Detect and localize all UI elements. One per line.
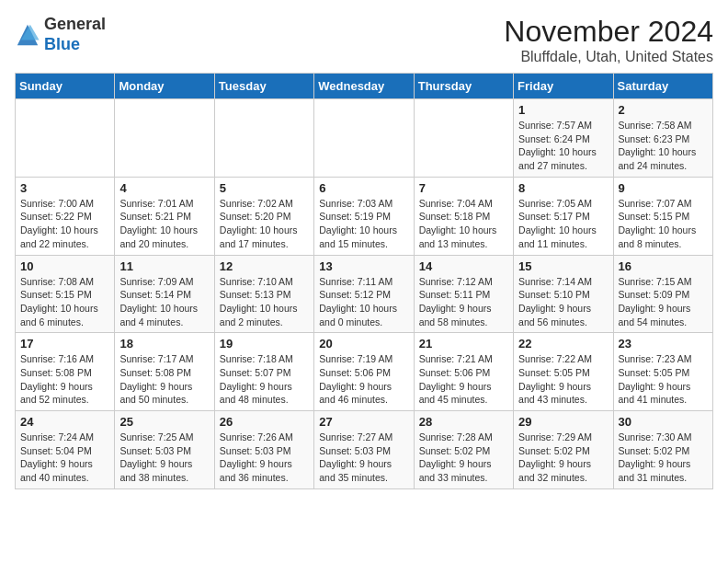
cell-info: Sunrise: 7:07 AM Sunset: 5:15 PM Dayligh… <box>619 197 708 251</box>
day-number: 7 <box>419 181 508 195</box>
calendar-cell: 11Sunrise: 7:09 AM Sunset: 5:14 PM Dayli… <box>115 255 214 333</box>
cell-info: Sunrise: 7:03 AM Sunset: 5:19 PM Dayligh… <box>319 197 408 251</box>
cell-info: Sunrise: 7:12 AM Sunset: 5:11 PM Dayligh… <box>419 275 508 329</box>
calendar-cell: 13Sunrise: 7:11 AM Sunset: 5:12 PM Dayli… <box>314 255 414 333</box>
week-row-4: 17Sunrise: 7:16 AM Sunset: 5:08 PM Dayli… <box>16 333 713 411</box>
calendar-cell: 28Sunrise: 7:28 AM Sunset: 5:02 PM Dayli… <box>414 411 513 489</box>
day-header-wednesday: Wednesday <box>314 74 414 99</box>
day-number: 2 <box>619 103 708 117</box>
calendar-cell: 4Sunrise: 7:01 AM Sunset: 5:21 PM Daylig… <box>115 177 214 255</box>
day-header-saturday: Saturday <box>613 74 712 99</box>
day-number: 20 <box>319 337 408 350</box>
day-number: 8 <box>518 181 608 195</box>
day-number: 15 <box>518 259 608 273</box>
cell-info: Sunrise: 7:26 AM Sunset: 5:03 PM Dayligh… <box>220 431 309 485</box>
logo-blue-text: Blue <box>44 35 106 55</box>
day-number: 27 <box>319 415 408 429</box>
cell-info: Sunrise: 7:08 AM Sunset: 5:15 PM Dayligh… <box>20 275 109 329</box>
cell-info: Sunrise: 7:25 AM Sunset: 5:03 PM Dayligh… <box>119 431 209 485</box>
logo-general-text: General <box>44 15 106 35</box>
day-number: 12 <box>220 259 309 273</box>
logo-icon <box>15 22 40 48</box>
day-number: 21 <box>419 337 508 350</box>
calendar-cell: 6Sunrise: 7:03 AM Sunset: 5:19 PM Daylig… <box>314 177 414 255</box>
cell-info: Sunrise: 7:28 AM Sunset: 5:02 PM Dayligh… <box>419 431 508 485</box>
calendar-cell: 16Sunrise: 7:15 AM Sunset: 5:09 PM Dayli… <box>613 255 712 333</box>
calendar-header-row: SundayMondayTuesdayWednesdayThursdayFrid… <box>16 74 713 99</box>
day-number: 24 <box>20 415 109 429</box>
day-number: 22 <box>518 337 608 350</box>
day-number: 14 <box>419 259 508 273</box>
calendar-cell <box>16 99 115 178</box>
calendar-cell: 14Sunrise: 7:12 AM Sunset: 5:11 PM Dayli… <box>414 255 513 333</box>
calendar-cell: 2Sunrise: 7:58 AM Sunset: 6:23 PM Daylig… <box>613 99 712 178</box>
cell-info: Sunrise: 7:57 AM Sunset: 6:24 PM Dayligh… <box>518 119 608 173</box>
day-number: 9 <box>619 181 708 195</box>
day-number: 3 <box>20 181 109 195</box>
cell-info: Sunrise: 7:58 AM Sunset: 6:23 PM Dayligh… <box>619 119 708 173</box>
cell-info: Sunrise: 7:21 AM Sunset: 5:06 PM Dayligh… <box>419 352 508 407</box>
week-row-5: 24Sunrise: 7:24 AM Sunset: 5:04 PM Dayli… <box>16 411 713 489</box>
cell-info: Sunrise: 7:05 AM Sunset: 5:17 PM Dayligh… <box>518 197 608 251</box>
calendar-cell: 12Sunrise: 7:10 AM Sunset: 5:13 PM Dayli… <box>214 255 313 333</box>
calendar-cell: 23Sunrise: 7:23 AM Sunset: 5:05 PM Dayli… <box>613 333 712 411</box>
calendar-cell <box>314 99 414 178</box>
cell-info: Sunrise: 7:00 AM Sunset: 5:22 PM Dayligh… <box>20 197 109 251</box>
calendar-body: 1Sunrise: 7:57 AM Sunset: 6:24 PM Daylig… <box>16 99 713 489</box>
cell-info: Sunrise: 7:23 AM Sunset: 5:05 PM Dayligh… <box>619 352 708 407</box>
calendar-cell <box>414 99 513 178</box>
calendar-cell <box>214 99 313 178</box>
calendar-cell: 18Sunrise: 7:17 AM Sunset: 5:08 PM Dayli… <box>115 333 214 411</box>
day-header-sunday: Sunday <box>16 74 115 99</box>
cell-info: Sunrise: 7:11 AM Sunset: 5:12 PM Dayligh… <box>319 275 408 329</box>
calendar-cell <box>115 99 214 178</box>
calendar-cell: 27Sunrise: 7:27 AM Sunset: 5:03 PM Dayli… <box>314 411 414 489</box>
calendar-cell: 29Sunrise: 7:29 AM Sunset: 5:02 PM Dayli… <box>514 411 613 489</box>
day-header-thursday: Thursday <box>414 74 513 99</box>
week-row-3: 10Sunrise: 7:08 AM Sunset: 5:15 PM Dayli… <box>16 255 713 333</box>
cell-info: Sunrise: 7:27 AM Sunset: 5:03 PM Dayligh… <box>319 431 408 485</box>
calendar-cell: 21Sunrise: 7:21 AM Sunset: 5:06 PM Dayli… <box>414 333 513 411</box>
day-number: 5 <box>220 181 309 195</box>
calendar-cell: 25Sunrise: 7:25 AM Sunset: 5:03 PM Dayli… <box>115 411 214 489</box>
location-title: Bluffdale, Utah, United States <box>504 49 713 65</box>
cell-info: Sunrise: 7:10 AM Sunset: 5:13 PM Dayligh… <box>220 275 309 329</box>
cell-info: Sunrise: 7:17 AM Sunset: 5:08 PM Dayligh… <box>119 352 209 407</box>
cell-info: Sunrise: 7:18 AM Sunset: 5:07 PM Dayligh… <box>220 352 309 407</box>
day-number: 17 <box>20 337 109 350</box>
day-number: 18 <box>119 337 209 350</box>
day-number: 25 <box>119 415 209 429</box>
day-number: 30 <box>619 415 708 429</box>
logo: General Blue <box>15 15 106 54</box>
calendar-cell: 26Sunrise: 7:26 AM Sunset: 5:03 PM Dayli… <box>214 411 313 489</box>
cell-info: Sunrise: 7:02 AM Sunset: 5:20 PM Dayligh… <box>220 197 309 251</box>
day-number: 4 <box>119 181 209 195</box>
cell-info: Sunrise: 7:16 AM Sunset: 5:08 PM Dayligh… <box>20 352 109 407</box>
day-number: 13 <box>319 259 408 273</box>
calendar-cell: 30Sunrise: 7:30 AM Sunset: 5:02 PM Dayli… <box>613 411 712 489</box>
cell-info: Sunrise: 7:09 AM Sunset: 5:14 PM Dayligh… <box>119 275 209 329</box>
cell-info: Sunrise: 7:19 AM Sunset: 5:06 PM Dayligh… <box>319 352 408 407</box>
day-header-friday: Friday <box>514 74 613 99</box>
header: General Blue November 2024 Bluffdale, Ut… <box>15 15 713 65</box>
title-section: November 2024 Bluffdale, Utah, United St… <box>504 15 713 65</box>
calendar-cell: 20Sunrise: 7:19 AM Sunset: 5:06 PM Dayli… <box>314 333 414 411</box>
cell-info: Sunrise: 7:01 AM Sunset: 5:21 PM Dayligh… <box>119 197 209 251</box>
calendar-cell: 9Sunrise: 7:07 AM Sunset: 5:15 PM Daylig… <box>613 177 712 255</box>
calendar-cell: 24Sunrise: 7:24 AM Sunset: 5:04 PM Dayli… <box>16 411 115 489</box>
day-number: 10 <box>20 259 109 273</box>
calendar-table: SundayMondayTuesdayWednesdayThursdayFrid… <box>15 73 713 489</box>
day-number: 11 <box>119 259 209 273</box>
calendar-cell: 22Sunrise: 7:22 AM Sunset: 5:05 PM Dayli… <box>514 333 613 411</box>
calendar-cell: 5Sunrise: 7:02 AM Sunset: 5:20 PM Daylig… <box>214 177 313 255</box>
cell-info: Sunrise: 7:14 AM Sunset: 5:10 PM Dayligh… <box>518 275 608 329</box>
day-number: 28 <box>419 415 508 429</box>
day-number: 1 <box>518 103 608 117</box>
cell-info: Sunrise: 7:04 AM Sunset: 5:18 PM Dayligh… <box>419 197 508 251</box>
cell-info: Sunrise: 7:24 AM Sunset: 5:04 PM Dayligh… <box>20 431 109 485</box>
cell-info: Sunrise: 7:22 AM Sunset: 5:05 PM Dayligh… <box>518 352 608 407</box>
month-title: November 2024 <box>504 15 713 49</box>
day-header-monday: Monday <box>115 74 214 99</box>
day-number: 26 <box>220 415 309 429</box>
calendar-cell: 19Sunrise: 7:18 AM Sunset: 5:07 PM Dayli… <box>214 333 313 411</box>
